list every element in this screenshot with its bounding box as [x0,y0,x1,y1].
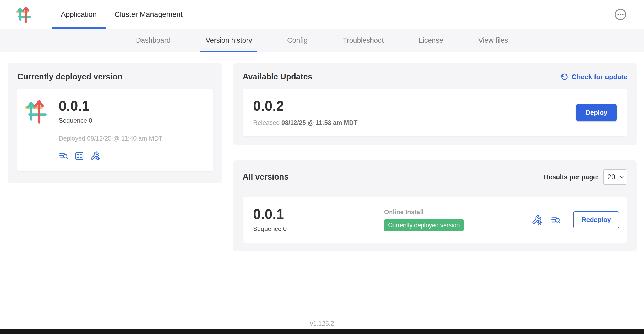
update-released-line: Released 08/12/25 @ 11:53 am MDT [253,119,357,126]
version-row-actions: Redeploy [532,211,619,228]
check-for-update-link[interactable]: Check for update [560,73,627,81]
console-version: v1.125.2 [0,320,644,327]
results-per-page-label: Results per page: [544,173,599,181]
app-logo [15,6,32,23]
currently-deployed-title: Currently deployed version [17,72,213,82]
install-type-label: Online Install [384,208,532,216]
results-per-page-select-wrap: 20 [603,169,627,185]
deployed-version-number: 0.0.1 [59,99,162,113]
results-per-page: Results per page: 20 [544,169,627,185]
header-tab-cluster-management[interactable]: Cluster Management [106,0,192,29]
all-versions-card: All versions Results per page: 20 [233,160,637,251]
app-subnav: Dashboard Version history Config Trouble… [0,29,644,52]
bottom-bar [0,329,644,334]
right-column: Available Updates Check for update 0.0.2… [233,63,637,251]
edit-config-wrench-icon[interactable] [90,151,100,161]
results-per-page-select[interactable]: 20 [603,169,627,185]
released-date: 08/12/25 @ 11:53 am MDT [281,119,357,126]
app-logo-icon [15,6,32,23]
subnav-item-config[interactable]: Config [282,29,313,52]
header-tabs: Application Cluster Management [52,0,192,29]
row-version-number: 0.0.1 [253,207,384,221]
version-row-details: 0.0.1 Sequence 0 [253,207,384,233]
header-tab-application[interactable]: Application [52,0,106,29]
row-sequence: Sequence 0 [253,225,384,233]
more-menu-button[interactable] [614,8,627,21]
deployed-version-actions [59,151,162,161]
view-diff-icon[interactable] [550,215,561,225]
refresh-ccw-icon [560,73,569,81]
released-prefix: Released [253,119,280,126]
all-versions-header: All versions Results per page: 20 [243,169,627,185]
update-version-number: 0.0.2 [253,99,357,113]
subnav-item-license[interactable]: License [414,29,449,52]
deployed-version-panel: 0.0.1 Sequence 0 Deployed 08/12/25 @ 11:… [17,89,213,171]
available-update-row: 0.0.2 Released 08/12/25 @ 11:53 am MDT D… [243,89,627,136]
deployed-sequence: Sequence 0 [59,117,162,124]
subnav-item-version-history[interactable]: Version history [200,29,257,52]
check-for-update-label: Check for update [572,73,627,81]
redeploy-button[interactable]: Redeploy [573,211,619,228]
all-versions-title: All versions [243,172,289,182]
preflight-checklist-icon[interactable] [74,151,84,161]
available-updates-card: Available Updates Check for update 0.0.2… [233,63,637,145]
view-diff-icon[interactable] [59,151,69,161]
app-logo-icon [24,99,48,124]
deploy-button[interactable]: Deploy [576,104,617,121]
ellipsis-circle-icon [614,8,626,20]
edit-config-wrench-icon[interactable] [532,215,542,225]
update-details: 0.0.2 Released 08/12/25 @ 11:53 am MDT [253,99,357,126]
deployed-timestamp: Deployed 08/12/25 @ 11:40 am MDT [59,135,162,142]
deployed-version-details: 0.0.1 Sequence 0 Deployed 08/12/25 @ 11:… [59,99,162,161]
subnav-item-view-files[interactable]: View files [473,29,514,52]
app-header: Application Cluster Management [0,0,644,29]
version-row: 0.0.1 Sequence 0 Online Install Currentl… [243,197,627,243]
currently-deployed-badge: Currently deployed version [384,219,464,231]
available-updates-title: Available Updates [243,72,312,82]
currently-deployed-card: Currently deployed version 0.0.1 Sequenc… [8,63,222,183]
main-content: Currently deployed version 0.0.1 Sequenc… [0,52,644,251]
subnav-item-dashboard[interactable]: Dashboard [131,29,176,52]
version-row-status: Online Install Currently deployed versio… [384,208,532,231]
subnav-item-troubleshoot[interactable]: Troubleshoot [337,29,389,52]
available-updates-header: Available Updates Check for update [243,72,627,82]
